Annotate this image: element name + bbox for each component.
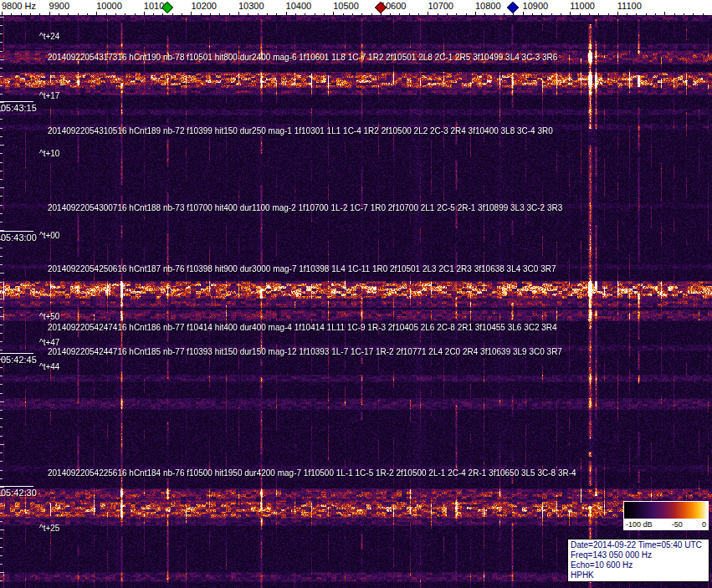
freq-tick-minor — [608, 13, 609, 15]
freq-tick-minor — [466, 13, 467, 15]
freq-tick-major — [475, 12, 476, 15]
freq-tick-major — [617, 12, 618, 15]
freq-tick-major — [238, 12, 239, 15]
freq-tick-minor — [399, 13, 400, 15]
freq-tick-minor — [494, 13, 495, 15]
freq-tick-minor — [267, 13, 268, 15]
freq-tick-minor — [324, 13, 325, 15]
freq-tick-minor — [703, 13, 704, 15]
freq-tick-minor — [182, 13, 182, 15]
freq-tick-major — [191, 12, 192, 15]
freq-tick-minor — [305, 13, 305, 15]
freq-tick-minor — [484, 13, 485, 15]
info-echo-frequency: Echo=10 600 Hz — [571, 560, 706, 570]
freq-tick-minor — [115, 13, 116, 15]
freq-tick-minor — [248, 13, 248, 15]
freq-label-10500: 10500 — [333, 1, 359, 11]
freq-tick-minor — [589, 13, 590, 15]
freq-tick-minor — [513, 13, 514, 15]
freq-label-10900: 10900 — [523, 1, 549, 11]
freq-tick-minor — [409, 13, 410, 15]
freq-label-9800: 9800 Hz — [2, 1, 36, 11]
freq-tick-minor — [447, 13, 448, 15]
freq-tick-major — [664, 12, 665, 15]
freq-tick-minor — [258, 13, 259, 15]
freq-tick-major — [333, 12, 334, 15]
freq-tick-minor — [693, 13, 694, 15]
freq-tick-minor — [627, 13, 627, 15]
spectrum-lab-window: 9800 Hz990010000101001020010300104001050… — [0, 0, 712, 588]
freq-tick-minor — [456, 13, 457, 15]
freq-tick-minor — [580, 13, 581, 15]
freq-tick-minor — [343, 13, 344, 15]
freq-label-10000: 10000 — [96, 1, 122, 11]
freq-tick-minor — [352, 13, 353, 15]
freq-tick-minor — [636, 13, 637, 15]
freq-tick-minor — [106, 13, 107, 15]
freq-label-10700: 10700 — [428, 1, 453, 11]
legend-max-label: 0 — [702, 520, 706, 529]
freq-label-9900: 9900 — [49, 1, 69, 11]
freq-tick-minor — [674, 13, 675, 15]
freq-tick-minor — [11, 13, 12, 15]
freq-label-11100: 11100 — [617, 1, 642, 11]
freq-tick-minor — [87, 13, 88, 15]
legend-labels: -100 dB -50 0 — [624, 519, 708, 529]
freq-tick-minor — [541, 13, 542, 15]
freq-tick-major — [286, 12, 287, 15]
db-color-scale: -100 dB -50 0 — [623, 501, 709, 530]
freq-tick-minor — [219, 13, 220, 15]
freq-tick-minor — [162, 13, 163, 15]
freq-tick-minor — [39, 13, 40, 15]
freq-tick-minor — [598, 13, 599, 15]
freq-tick-minor — [684, 13, 684, 15]
freq-tick-minor — [646, 13, 647, 15]
freq-tick-minor — [532, 13, 533, 15]
freq-tick-minor — [68, 13, 69, 15]
freq-tick-major — [428, 12, 428, 15]
freq-tick-major — [570, 12, 571, 15]
freq-label-10800: 10800 — [475, 1, 501, 11]
freq-tick-minor — [551, 13, 552, 15]
freq-tick-minor — [561, 13, 561, 15]
freq-tick-minor — [172, 13, 173, 15]
freq-tick-minor — [655, 13, 656, 15]
freq-tick-major — [96, 12, 97, 15]
freq-tick-minor — [371, 13, 372, 15]
legend-mid-label: -50 — [672, 520, 683, 529]
spectrogram-waterfall[interactable] — [0, 15, 712, 588]
freq-tick-minor — [201, 13, 202, 15]
frequency-axis: 9800 Hz990010000101001020010300104001050… — [0, 0, 712, 15]
freq-tick-major — [523, 12, 524, 15]
freq-tick-minor — [361, 13, 362, 15]
info-frequency: Freq=143 050 000 Hz — [571, 550, 706, 560]
marker-blue-diamond-icon[interactable] — [507, 2, 519, 13]
freq-tick-minor — [390, 13, 391, 15]
freq-tick-minor — [135, 13, 136, 15]
info-box: Date=2014-09-22 Time=05:40 UTC Freq=143 … — [567, 539, 709, 582]
info-date-time: Date=2014-09-22 Time=05:40 UTC — [571, 540, 706, 550]
freq-tick-minor — [295, 13, 296, 15]
freq-tick-minor — [504, 13, 505, 15]
freq-label-10300: 10300 — [238, 1, 264, 11]
freq-tick-minor — [21, 13, 22, 15]
freq-tick-minor — [78, 13, 79, 15]
freq-tick-minor — [125, 13, 125, 15]
info-station-id: HPHK — [571, 570, 706, 580]
freq-tick-minor — [276, 13, 277, 15]
freq-tick-major — [49, 12, 50, 15]
freq-tick-minor — [210, 13, 211, 15]
freq-tick-minor — [315, 13, 315, 15]
freq-tick-major — [2, 12, 3, 15]
freq-tick-minor — [438, 13, 438, 15]
freq-tick-minor — [418, 13, 419, 15]
freq-tick-minor — [153, 13, 154, 15]
freq-label-10400: 10400 — [286, 1, 312, 11]
freq-label-11000: 11000 — [570, 1, 595, 11]
freq-tick-minor — [229, 13, 230, 15]
legend-gradient — [624, 502, 708, 519]
freq-label-10200: 10200 — [191, 1, 217, 11]
freq-tick-minor — [30, 13, 31, 15]
legend-min-label: -100 dB — [626, 520, 653, 529]
freq-tick-major — [144, 12, 145, 15]
